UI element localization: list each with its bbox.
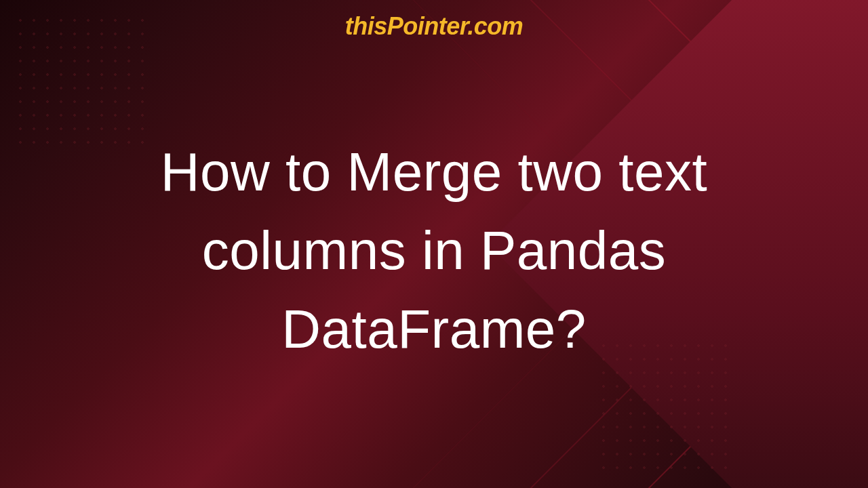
content-container: thisPointer.com How to Merge two text co… — [0, 0, 868, 488]
headline-text: How to Merge two text columns in Pandas … — [54, 133, 814, 369]
brand-logo: thisPointer.com — [345, 12, 524, 41]
headline-container: How to Merge two text columns in Pandas … — [0, 41, 868, 488]
